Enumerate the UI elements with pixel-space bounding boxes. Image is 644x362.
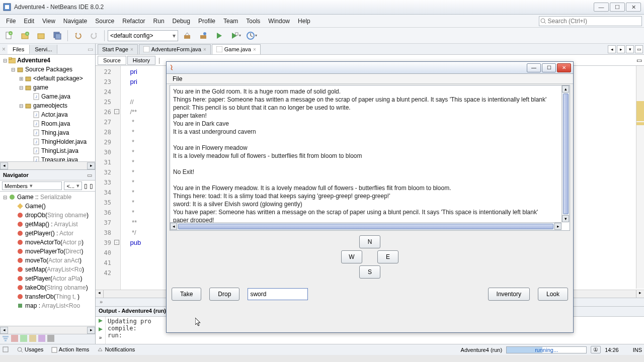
project-tree[interactable]: ⊟Adventure4⊟Source Packages⊞<default pac… [0,55,95,161]
menu-view[interactable]: View [38,16,59,27]
maximize-button[interactable]: ☐ [610,3,625,12]
save-all-button[interactable] [50,29,64,42]
members-tree[interactable]: ⊟Game :: SerializableGame()dropOb(String… [0,192,95,326]
tree-row[interactable]: takeOb(String obname) [0,283,95,292]
members-hscroll[interactable]: ◂▸ [0,326,95,334]
menu-navigate[interactable]: Navigate [59,16,91,27]
task-count[interactable]: ① [591,346,601,353]
inventory-button[interactable]: Inventory [488,288,530,301]
debug-button[interactable]: ▾ [228,29,243,42]
game-maximize-button[interactable]: ☐ [542,63,556,72]
menu-window[interactable]: Window [264,16,294,27]
tree-row[interactable]: ⊞<default package> [0,74,95,83]
tree-hscroll[interactable]: ◂▸ [0,161,95,169]
history-tab[interactable]: History [127,56,155,65]
nav-back[interactable]: ◂ [608,45,616,53]
progress-bar[interactable]: running... [506,346,587,353]
menu-run[interactable]: Run [149,16,169,27]
nav-btn1[interactable]: ▯ [84,183,88,190]
tree-row[interactable]: setMap(ArrayList<Ro) [0,265,95,274]
source-tab[interactable]: Source [98,56,126,65]
filter-btn[interactable] [47,335,54,343]
run-button[interactable] [212,29,226,42]
menu-file[interactable]: File [2,16,20,27]
config-dropdown[interactable]: <default config> [108,30,178,41]
game-close-button[interactable]: ✕ [557,63,571,72]
tree-row[interactable]: moveActorTo(Actor p) [0,238,95,247]
build-button[interactable] [180,29,194,42]
game-titlebar[interactable]: — ☐ ✕ [167,62,573,74]
nav-fwd[interactable]: ▸ [617,45,625,53]
tree-row[interactable]: JThing.java [0,128,95,137]
redo-button[interactable] [87,29,101,42]
usages-link[interactable]: Usages [17,346,43,353]
nav-max[interactable]: ▭ [635,45,643,53]
game-hscroll[interactable]: ◂ ▸ [170,222,561,230]
actionitems-link[interactable]: Action Items [51,346,89,353]
drop-button[interactable]: Drop [209,288,239,301]
filter-combo[interactable]: <... [64,182,82,190]
tree-row[interactable]: JThingHolder.java [0,137,95,146]
clean-build-button[interactable] [196,29,210,42]
game-minimize-button[interactable]: — [527,63,541,72]
editor-max-icon[interactable]: ▭ [636,57,644,64]
menu-team[interactable]: Team [219,16,242,27]
menu-profile[interactable]: Profile [194,16,219,27]
object-input[interactable] [248,288,308,300]
game-output[interactable]: You are in the Gold room. It is a huge r… [170,85,570,231]
filter-btn[interactable] [2,335,9,343]
editor-vscroll[interactable] [636,66,644,289]
tree-row[interactable]: JGame.java [0,92,95,101]
tree-row[interactable]: JRoom.java [0,119,95,128]
nav-north-button[interactable]: N [359,235,380,248]
quick-search[interactable] [539,16,642,26]
tab-services[interactable]: Servi... [30,45,57,54]
tree-row[interactable]: ⊟Game :: Serializable [0,193,95,202]
tree-row[interactable]: getMap() : ArrayList [0,220,95,229]
look-button[interactable]: Look [538,288,568,301]
open-project-button[interactable] [34,29,48,42]
menu-refactor[interactable]: Refactor [118,16,149,27]
tab-game[interactable]: Game.java× [212,44,261,54]
tree-row[interactable]: movePlayerTo(Direct) [0,247,95,256]
tree-row[interactable]: JActor.java [0,110,95,119]
expand-icon[interactable]: ▭ [86,46,95,53]
menu-help[interactable]: Help [294,16,314,27]
notifications-link[interactable]: Notifications [97,346,135,353]
game-menu-file[interactable]: File [170,74,185,83]
status-icon[interactable] [2,346,9,354]
new-file-button[interactable]: + [2,29,16,42]
close-button[interactable]: ✕ [626,3,641,12]
tree-row[interactable]: getPlayer() : Actor [0,229,95,238]
tree-row[interactable]: JThingList.java [0,146,95,155]
tree-row[interactable]: ⊟game [0,83,95,92]
nav-east-button[interactable]: E [377,250,398,263]
filter-btn[interactable] [11,335,18,343]
tab-startpage[interactable]: Start Page× [98,44,138,54]
filter-btn[interactable] [38,335,45,343]
tree-row[interactable]: ⊟Source Packages [0,65,95,74]
output-more-icon[interactable]: » [99,335,102,340]
tree-row[interactable]: transferOb(Thing t, ) [0,292,95,301]
search-input[interactable] [548,18,641,25]
nav-south-button[interactable]: S [359,265,380,279]
menu-debug[interactable]: Debug [169,16,194,27]
tree-row[interactable]: ⊟gameobjects [0,101,95,110]
profile-button[interactable]: ▾ [245,29,259,42]
nav-btn2[interactable]: ▯ [90,183,93,190]
tree-row[interactable]: ⊟Adventure4 [0,56,95,65]
tree-row[interactable]: Game() [0,202,95,211]
minimize-button[interactable]: — [594,3,609,12]
tree-row[interactable]: moveTo(Actor anAct) [0,256,95,265]
tab-close-icon[interactable]: × [0,46,8,53]
nav-west-button[interactable]: W [341,250,362,263]
tree-row[interactable]: map : ArrayList<Roo [0,301,95,310]
members-combo[interactable]: Members [2,182,62,190]
filter-btn[interactable] [20,335,27,343]
tab-adventureform[interactable]: AdventureForm.java× [139,44,211,54]
new-project-button[interactable]: + [18,29,32,42]
tree-row[interactable]: dropOb(String obname) [0,211,95,220]
nav-list[interactable]: ▾ [626,45,634,53]
tree-row[interactable]: setPlayer(Actor aPla) [0,274,95,283]
take-button[interactable]: Take [172,288,201,301]
